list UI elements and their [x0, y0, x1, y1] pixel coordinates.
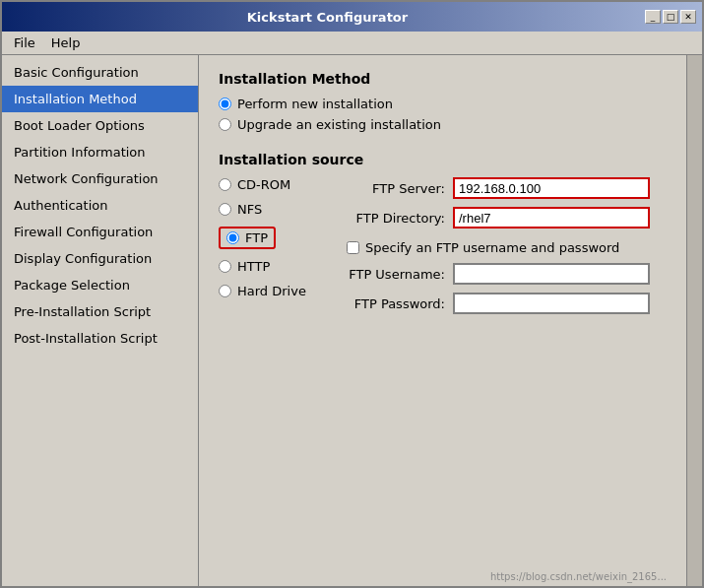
sidebar-item-display-config[interactable]: Display Configuration [2, 245, 198, 272]
maximize-button[interactable]: □ [663, 10, 678, 24]
source-fields: FTP Server: FTP Directory: Specify an FT… [347, 177, 667, 314]
main-content: Basic Configuration Installation Method … [2, 55, 702, 586]
sidebar-item-partition-info[interactable]: Partition Information [2, 139, 198, 165]
sidebar-item-package-selection[interactable]: Package Selection [2, 272, 198, 298]
radio-ftp-label[interactable]: FTP [245, 230, 268, 245]
radio-nfs: NFS [219, 202, 347, 217]
sidebar-item-pre-install[interactable]: Pre-Installation Script [2, 298, 198, 325]
ftp-server-input[interactable] [453, 177, 650, 199]
radio-ftp-wrapper: FTP [219, 227, 347, 249]
radio-cdrom: CD-ROM [219, 177, 347, 192]
radio-http-input[interactable] [219, 260, 231, 273]
ftp-directory-input[interactable] [453, 207, 650, 229]
installation-method-title: Installation Method [219, 71, 667, 87]
radio-upgrade-input[interactable] [219, 118, 231, 131]
radio-http: HTTP [219, 259, 347, 274]
ftp-server-row: FTP Server: [347, 177, 667, 199]
minimize-button[interactable]: _ [645, 10, 661, 24]
content-area: Installation Method Perform new installa… [199, 55, 686, 586]
radio-http-label[interactable]: HTTP [237, 259, 270, 274]
content-panel: Installation Method Perform new installa… [199, 55, 686, 567]
sidebar: Basic Configuration Installation Method … [2, 55, 199, 586]
menu-help[interactable]: Help [43, 33, 89, 52]
menu-bar: File Help [2, 32, 702, 55]
radio-ftp-input[interactable] [226, 231, 239, 244]
sidebar-item-installation-method[interactable]: Installation Method [2, 86, 198, 112]
source-options-list: CD-ROM NFS FTP [219, 177, 347, 314]
ftp-username-row: FTP Username: [347, 263, 667, 285]
ftp-username-input[interactable] [453, 263, 650, 285]
sidebar-item-firewall-config[interactable]: Firewall Configuration [2, 219, 198, 245]
ftp-auth-checkbox[interactable] [347, 241, 359, 254]
ftp-server-label: FTP Server: [347, 181, 445, 196]
close-button[interactable]: ✕ [680, 10, 696, 24]
radio-upgrade: Upgrade an existing installation [219, 117, 667, 132]
main-window: Kickstart Configurator _ □ ✕ File Help B… [0, 0, 704, 588]
window-title: Kickstart Configurator [10, 10, 645, 25]
watermark: https://blog.csdn.net/weixin_2165... [199, 567, 686, 586]
radio-nfs-label[interactable]: NFS [237, 202, 262, 217]
radio-cdrom-input[interactable] [219, 178, 231, 191]
sidebar-item-basic-config[interactable]: Basic Configuration [2, 59, 198, 86]
radio-harddrive-input[interactable] [219, 285, 231, 297]
ftp-auth-label[interactable]: Specify an FTP username and password [365, 240, 619, 255]
ftp-directory-row: FTP Directory: [347, 207, 667, 229]
ftp-directory-label: FTP Directory: [347, 211, 445, 226]
ftp-password-row: FTP Password: [347, 293, 667, 314]
radio-harddrive-label[interactable]: Hard Drive [237, 284, 306, 298]
radio-harddrive: Hard Drive [219, 284, 347, 298]
ftp-password-input[interactable] [453, 293, 650, 314]
sidebar-item-authentication[interactable]: Authentication [2, 192, 198, 219]
ftp-password-label: FTP Password: [347, 296, 445, 311]
menu-file[interactable]: File [6, 33, 43, 52]
title-bar: Kickstart Configurator _ □ ✕ [2, 2, 702, 32]
radio-nfs-input[interactable] [219, 203, 231, 216]
sidebar-item-boot-loader[interactable]: Boot Loader Options [2, 112, 198, 139]
radio-cdrom-label[interactable]: CD-ROM [237, 177, 290, 192]
installation-source-title: Installation source [219, 152, 667, 167]
sidebar-item-network-config[interactable]: Network Configuration [2, 165, 198, 192]
window-controls: _ □ ✕ [645, 10, 696, 24]
source-layout: CD-ROM NFS FTP [219, 177, 667, 314]
radio-upgrade-label[interactable]: Upgrade an existing installation [237, 117, 441, 132]
right-scrollbar-area [686, 55, 702, 586]
radio-perform-new: Perform new installation [219, 97, 667, 111]
sidebar-item-post-install[interactable]: Post-Installation Script [2, 325, 198, 352]
ftp-highlight-box: FTP [219, 227, 276, 249]
ftp-username-label: FTP Username: [347, 267, 445, 282]
radio-perform-label[interactable]: Perform new installation [237, 97, 393, 111]
radio-perform-input[interactable] [219, 98, 231, 110]
ftp-auth-checkbox-row: Specify an FTP username and password [347, 240, 667, 255]
